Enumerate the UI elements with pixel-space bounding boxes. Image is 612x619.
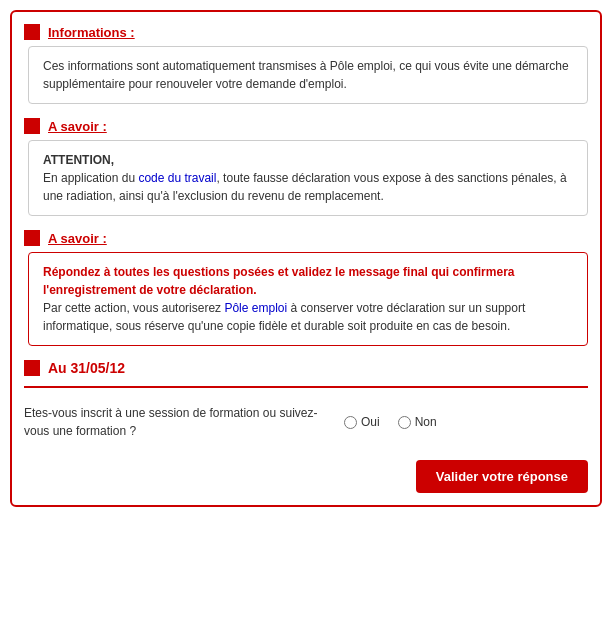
question-row: Etes-vous inscrit à une session de forma…	[24, 398, 588, 446]
section-a-savoir-2: A savoir : Répondez à toutes les questio…	[24, 230, 588, 346]
red-square-icon-2	[24, 118, 40, 134]
date-section-header: Au 31/05/12	[24, 360, 588, 376]
section-a-savoir-1: A savoir : ATTENTION, En application du …	[24, 118, 588, 216]
main-container: Informations : Ces informations sont aut…	[10, 10, 602, 507]
radio-oui-input[interactable]	[344, 416, 357, 429]
section-a-savoir-1-header: A savoir :	[24, 118, 588, 134]
radio-oui-label[interactable]: Oui	[344, 415, 380, 429]
code-travail-link: code du travail	[138, 171, 216, 185]
validate-button[interactable]: Valider votre réponse	[416, 460, 588, 493]
section-a-savoir-1-box: ATTENTION, En application du code du tra…	[28, 140, 588, 216]
section-informations-box: Ces informations sont automatiquement tr…	[28, 46, 588, 104]
red-divider	[24, 386, 588, 388]
radio-group: Oui Non	[344, 415, 437, 429]
red-square-icon	[24, 24, 40, 40]
question-text: Etes-vous inscrit à une session de forma…	[24, 404, 324, 440]
section-informations-title: Informations :	[48, 25, 135, 40]
section-a-savoir-1-text: ATTENTION, En application du code du tra…	[43, 151, 573, 205]
red-square-icon-3	[24, 230, 40, 246]
date-title: Au 31/05/12	[48, 360, 125, 376]
pole-emploi-link: Pôle emploi	[224, 301, 287, 315]
warning-normal-text: Par cette action, vous autoriserez Pôle …	[43, 301, 525, 333]
attention-bold: ATTENTION,	[43, 153, 114, 167]
radio-oui-text: Oui	[361, 415, 380, 429]
radio-non-label[interactable]: Non	[398, 415, 437, 429]
section-informations: Informations : Ces informations sont aut…	[24, 24, 588, 104]
section-a-savoir-2-text: Répondez à toutes les questions posées e…	[43, 263, 573, 335]
section-a-savoir-2-box: Répondez à toutes les questions posées e…	[28, 252, 588, 346]
section-a-savoir-2-header: A savoir :	[24, 230, 588, 246]
section-a-savoir-2-title: A savoir :	[48, 231, 107, 246]
section-informations-header: Informations :	[24, 24, 588, 40]
red-square-icon-4	[24, 360, 40, 376]
radio-non-input[interactable]	[398, 416, 411, 429]
date-section: Au 31/05/12 Etes-vous inscrit à une sess…	[24, 360, 588, 493]
radio-non-text: Non	[415, 415, 437, 429]
section-a-savoir-1-title: A savoir :	[48, 119, 107, 134]
section-informations-text: Ces informations sont automatiquement tr…	[43, 57, 573, 93]
warning-red-text: Répondez à toutes les questions posées e…	[43, 265, 514, 297]
validate-btn-row: Valider votre réponse	[24, 460, 588, 493]
section-a-savoir-1-body: En application du code du travail, toute…	[43, 171, 567, 203]
